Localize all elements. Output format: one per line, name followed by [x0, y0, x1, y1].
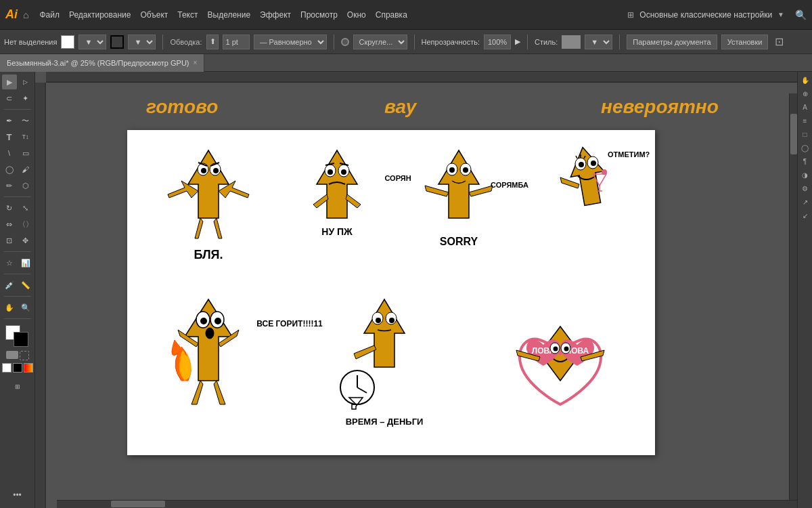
panel-btn-10[interactable]: ↗	[800, 196, 811, 207]
column-graph-tool[interactable]: 📊	[18, 255, 33, 270]
opacity-field[interactable]	[484, 35, 511, 49]
workspace-dropdown-arrow[interactable]: ▼	[777, 11, 784, 18]
svg-marker-31	[425, 186, 449, 196]
panel-btn-2[interactable]: ⊕	[800, 88, 811, 99]
color-mode-black[interactable]	[13, 363, 22, 373]
pencil-tool[interactable]: ✏	[2, 178, 17, 193]
style-dropdown[interactable]: ▼	[585, 35, 612, 49]
stroke-value-field[interactable]	[223, 35, 250, 49]
workspace-label[interactable]: Основные классические настройки	[639, 10, 772, 20]
menu-bar: Ai ⌂ Файл Редактирование Объект Текст Вы…	[0, 0, 812, 30]
menu-select[interactable]: Выделение	[208, 10, 251, 20]
line-tool[interactable]: \	[2, 146, 17, 161]
doc-params-button[interactable]: Параметры документа	[627, 35, 717, 49]
ruler-top-svg	[46, 72, 797, 83]
warp-tool[interactable]: 〈〉	[18, 217, 33, 232]
home-icon[interactable]: ⌂	[23, 9, 28, 20]
panel-btn-3[interactable]: A	[800, 102, 811, 112]
horizontal-scrollbar-thumb[interactable]	[111, 501, 165, 507]
tool-divider-3	[4, 251, 31, 252]
divider-4	[527, 35, 528, 49]
tool-row-1: ▶ ▷	[2, 75, 33, 89]
panel-btn-9[interactable]: ⚙	[800, 183, 811, 194]
artboard: БЛЯ.	[127, 130, 655, 455]
svg-text:SORRY: SORRY	[440, 236, 478, 247]
curvature-tool[interactable]: 〜	[18, 113, 33, 128]
text-tool[interactable]: T	[2, 129, 17, 144]
opacity-arrow[interactable]: ▶	[515, 37, 520, 46]
main-layout: ▶ ▷ ⊂ ✦ ✒ 〜 T T↕ \ ▭ ◯ 🖌 ✏ ⬡ ↻	[0, 72, 812, 508]
horizontal-scrollbar[interactable]	[57, 500, 797, 508]
gradient-box[interactable]	[6, 351, 18, 359]
measure-tool[interactable]: 📏	[18, 278, 33, 293]
more-tools-button[interactable]: •••	[10, 488, 25, 503]
more-tools-btn-area: •••	[10, 488, 25, 505]
corner-dropdown[interactable]: Скругле...	[353, 35, 407, 49]
lasso-tool[interactable]: ⊂	[2, 91, 17, 106]
hand-tool[interactable]: ✋	[2, 300, 17, 315]
width-tool[interactable]: ⇔	[2, 217, 17, 232]
style-swatch[interactable]	[562, 35, 581, 49]
stroke-swatch[interactable]	[110, 35, 124, 49]
eyedropper-tool[interactable]: 💉	[2, 278, 17, 293]
arrange-icon: ⊡	[775, 35, 784, 48]
color-mode-color[interactable]	[24, 363, 33, 373]
stroke-type-dropdown[interactable]: — Равномерно	[254, 35, 327, 49]
stroke-label: Обводка:	[170, 38, 202, 46]
svg-point-77	[554, 347, 558, 352]
puppet-warp-tool[interactable]: ✥	[18, 233, 33, 248]
panel-btn-5[interactable]: □	[800, 129, 811, 140]
menu-window[interactable]: Окно	[347, 10, 366, 20]
shaper-tool[interactable]: ⬡	[18, 178, 33, 193]
panel-btn-1[interactable]: ✋	[800, 75, 811, 85]
corner-dot	[341, 38, 349, 46]
panel-btn-11[interactable]: ↙	[800, 210, 811, 221]
fill-swatch[interactable]	[61, 35, 74, 49]
none-box[interactable]	[20, 351, 29, 360]
paintbrush-tool[interactable]: 🖌	[18, 162, 33, 177]
svg-marker-66	[354, 345, 376, 359]
magic-wand-tool[interactable]: ✦	[18, 91, 33, 106]
stroke-up-btn[interactable]	[206, 35, 219, 49]
vertical-scrollbar-thumb[interactable]	[790, 114, 797, 154]
free-transform-tool[interactable]: ⊡	[2, 233, 17, 248]
setup-button[interactable]: Установки	[721, 35, 769, 49]
toolbar: Нет выделения ▼ ▼ Обводка: — Равномерно …	[0, 30, 812, 54]
menu-help[interactable]: Справка	[376, 10, 407, 20]
search-icon[interactable]: 🔍	[795, 9, 807, 20]
menu-object[interactable]: Объект	[140, 10, 168, 20]
symbolism-tool[interactable]: ☆	[2, 255, 17, 270]
touch-type-tool[interactable]: T↕	[18, 129, 33, 144]
menu-text[interactable]: Текст	[177, 10, 198, 20]
background-swatch[interactable]	[14, 332, 28, 347]
menu-view[interactable]: Просмотр	[300, 10, 338, 20]
vertical-scrollbar[interactable]	[789, 93, 797, 500]
document-tab[interactable]: Безымянный-3.ai* @ 25% (RGB/Предпросмотр…	[0, 54, 204, 72]
panel-btn-4[interactable]: ≡	[800, 115, 811, 126]
menu-file[interactable]: Файл	[39, 10, 60, 20]
fill-dropdown[interactable]: ▼	[78, 35, 106, 49]
svg-text:НУ ПЖ: НУ ПЖ	[321, 226, 353, 237]
stroke-dropdown[interactable]: ▼	[128, 35, 156, 49]
app-logo: Ai	[5, 7, 18, 22]
panel-btn-8[interactable]: ◑	[800, 169, 811, 180]
rotate-tool[interactable]: ↻	[2, 200, 17, 215]
menu-edit[interactable]: Редактирование	[69, 10, 131, 20]
svg-marker-26	[438, 150, 479, 218]
pen-tool[interactable]: ✒	[2, 113, 17, 128]
color-mode-white[interactable]	[2, 363, 12, 373]
scale-tool[interactable]: ⤡	[18, 200, 33, 215]
artboard-tool[interactable]: ⊞	[4, 379, 31, 394]
canvas-label-vau: вау	[384, 96, 416, 118]
direct-select-tool[interactable]: ▷	[18, 75, 33, 89]
svg-point-20	[341, 169, 346, 175]
ellipse-tool[interactable]: ◯	[2, 162, 17, 177]
menu-effect[interactable]: Эффект	[260, 10, 291, 20]
select-tool[interactable]: ▶	[2, 75, 17, 89]
rect-tool[interactable]: ▭	[18, 146, 33, 161]
tab-close-button[interactable]: ×	[194, 59, 198, 66]
zoom-tool[interactable]: 🔍	[18, 300, 33, 315]
panel-btn-7[interactable]: ¶	[800, 156, 811, 167]
panel-btn-6[interactable]: ◯	[800, 142, 811, 153]
svg-point-53	[200, 318, 207, 324]
